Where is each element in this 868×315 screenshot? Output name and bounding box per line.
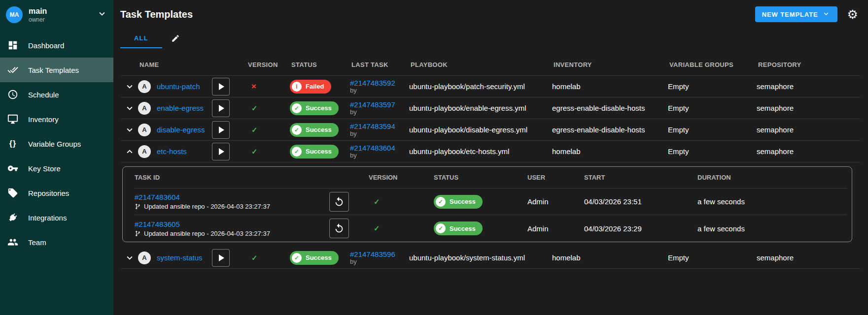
run-template-button[interactable] <box>212 143 230 160</box>
gear-icon[interactable]: ⚙ <box>847 8 858 21</box>
task-message-text: Updated ansible repo - 2026-04-03 23:27:… <box>144 230 270 237</box>
template-name-link[interactable]: enable-egress <box>157 104 204 112</box>
last-task-link[interactable]: #2147483597 <box>350 100 395 109</box>
new-template-button[interactable]: NEW TEMPLATE <box>755 6 837 22</box>
restart-task-button[interactable] <box>329 192 349 212</box>
status-chip-icon: i <box>292 82 302 92</box>
template-name-link[interactable]: etc-hosts <box>157 147 187 156</box>
monitor-icon <box>7 113 19 125</box>
run-template-button[interactable] <box>212 78 230 95</box>
ansible-icon: A <box>138 124 151 136</box>
run-template-button[interactable] <box>212 249 230 267</box>
last-task-link[interactable]: #2147483596 <box>350 250 395 258</box>
project-switcher[interactable]: MA main owner <box>0 0 113 28</box>
start-cell: 04/03/2026 23:29 <box>584 224 697 233</box>
sidebar-item-inventory[interactable]: Inventory <box>0 107 113 131</box>
project-name: main <box>29 6 97 16</box>
template-name-link[interactable]: disable-egress <box>157 126 205 134</box>
play-icon <box>219 254 224 261</box>
expand-row-chevron-icon[interactable] <box>124 81 135 92</box>
people-icon <box>7 236 19 248</box>
sidebar-item-integrations[interactable]: Integrations <box>0 205 113 230</box>
inventory-cell: homelab <box>552 147 668 156</box>
last-task-by: by <box>350 130 409 137</box>
repository-cell: semaphore <box>757 104 860 112</box>
playbook-cell: ubuntu-playbook/etc-hosts.yml <box>409 147 552 156</box>
expand-row-chevron-icon[interactable] <box>124 146 135 157</box>
column-header-history-version: VERSION <box>369 174 434 181</box>
status-badge: ✓ Success <box>290 101 339 115</box>
run-template-button[interactable] <box>212 121 230 139</box>
table-header-row: NAME VERSION STATUS LAST TASK PLAYBOOK I… <box>121 54 860 76</box>
column-header-user: USER <box>527 174 584 181</box>
tag-icon <box>7 187 19 199</box>
version-status-icon: ✓ <box>246 253 258 262</box>
run-template-button[interactable] <box>212 99 230 117</box>
last-task-by: by <box>350 258 409 265</box>
template-row: A etc-hosts ✓ ✓ Success <box>121 141 860 162</box>
status-chip-icon: ✓ <box>292 125 302 135</box>
task-history-panel: TASK ID VERSION STATUS USER START DURATI… <box>122 166 852 242</box>
play-icon <box>219 83 224 90</box>
last-task-link[interactable]: #2147483592 <box>350 79 395 87</box>
sidebar-item-repositories[interactable]: Repositories <box>0 181 113 205</box>
sidebar-item-dashboard[interactable]: Dashboard <box>0 33 113 58</box>
edit-views-tab[interactable] <box>162 29 189 48</box>
column-header-start: START <box>584 174 697 181</box>
task-history-row: #2147483605 Updated ansible repo - 2026-… <box>135 215 847 242</box>
column-header-version: VERSION <box>246 61 290 68</box>
version-status-icon: ✓ <box>369 197 380 206</box>
sidebar-item-task-templates[interactable]: Task Templates <box>0 58 113 82</box>
column-header-repository: REPOSITORY <box>757 61 860 68</box>
sidebar-item-key-store[interactable]: Key Store <box>0 156 113 181</box>
ansible-icon: A <box>138 145 151 158</box>
history-body: #2147483604 Updated ansible repo - 2026-… <box>135 189 847 242</box>
version-status-icon: ✓ <box>246 147 258 156</box>
variable-groups-cell: Empty <box>668 253 757 262</box>
last-task-link[interactable]: #2147483604 <box>350 144 395 152</box>
sidebar-item-label: Variable Groups <box>28 140 81 148</box>
last-task-link[interactable]: #2147483594 <box>350 122 395 130</box>
task-id-link[interactable]: #2147483605 <box>135 220 180 228</box>
play-icon <box>219 126 224 133</box>
template-row: A enable-egress ✓ ✓ Success <box>121 97 860 119</box>
status-badge: ✓ Success <box>290 251 339 265</box>
project-role: owner <box>29 16 97 23</box>
restart-task-button[interactable] <box>329 219 349 238</box>
task-id-link[interactable]: #2147483604 <box>135 193 180 201</box>
status-label: Success <box>306 104 332 112</box>
sidebar-item-team[interactable]: Team <box>0 230 113 254</box>
expand-row-chevron-icon[interactable] <box>124 125 135 135</box>
task-history-row: #2147483604 Updated ansible repo - 2026-… <box>135 189 847 215</box>
sidebar-item-label: Task Templates <box>28 66 79 74</box>
sidebar-item-schedule[interactable]: Schedule <box>0 82 113 107</box>
template-name-link[interactable]: system-status <box>157 253 203 262</box>
status-badge: ✓ Success <box>434 221 483 235</box>
version-status-icon: ✓ <box>246 126 258 134</box>
template-row: A ubuntu-patch × i Failed <box>121 76 860 97</box>
playbook-cell: ubuntu-playbook/system-status.yml <box>409 253 552 262</box>
status-badge: ✓ Success <box>290 123 339 137</box>
column-header-duration: DURATION <box>697 174 847 181</box>
ansible-icon: A <box>138 80 151 93</box>
play-icon <box>219 148 224 155</box>
column-header-status: STATUS <box>290 61 350 68</box>
repository-cell: semaphore <box>757 253 860 262</box>
sidebar-nav: Dashboard Task Templates Schedule Invent… <box>0 33 113 254</box>
tab-bar: ALL <box>120 29 868 48</box>
template-name-link[interactable]: ubuntu-patch <box>157 82 200 91</box>
expand-row-chevron-icon[interactable] <box>124 252 135 263</box>
main-content: Task Templates NEW TEMPLATE ⚙ ALL NAME V… <box>113 0 868 315</box>
replay-icon <box>334 196 345 207</box>
git-branch-icon <box>135 203 141 210</box>
status-label: Success <box>306 254 332 261</box>
start-cell: 04/03/2026 23:51 <box>584 197 697 206</box>
expand-row-chevron-icon[interactable] <box>124 103 135 114</box>
template-row: A disable-egress ✓ ✓ Success <box>121 119 860 141</box>
column-header-variable-groups: VARIABLE GROUPS <box>668 61 757 68</box>
clock-icon <box>7 89 19 100</box>
page-title: Task Templates <box>120 9 193 20</box>
column-header-name: NAME <box>138 61 212 68</box>
sidebar-item-variable-groups[interactable]: {} Variable Groups <box>0 131 113 156</box>
tab-all[interactable]: ALL <box>120 29 162 48</box>
